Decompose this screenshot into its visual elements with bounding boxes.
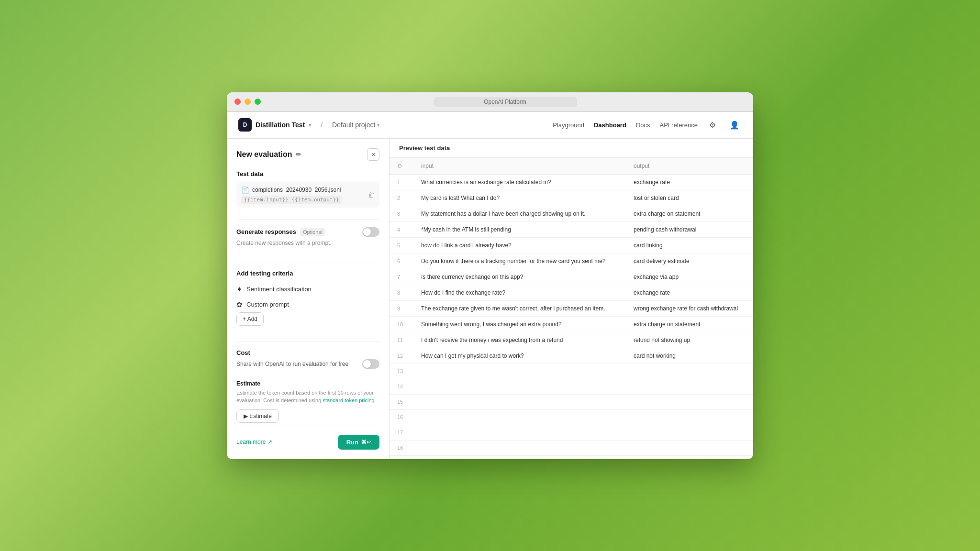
row-output: card linking	[626, 237, 753, 253]
criteria-sentiment[interactable]: ✦ Sentiment classification	[236, 282, 379, 297]
criteria-custom-prompt[interactable]: ✿ Custom prompt	[236, 297, 379, 312]
generate-row: Generate responses Optional	[236, 227, 379, 237]
nav-playground[interactable]: Playground	[553, 121, 584, 129]
row-input: How do I find the exchange rate?	[413, 285, 626, 300]
nav-api-reference[interactable]: API reference	[660, 121, 698, 129]
project-chevron-icon: ▾	[309, 122, 311, 128]
address-bar[interactable]: OpenAI Platform	[434, 97, 577, 107]
estimate-button[interactable]: ▶ Estimate	[236, 409, 279, 423]
run-button[interactable]: Run ⌘↩	[338, 435, 379, 450]
cost-toggle[interactable]	[362, 359, 379, 369]
row-input	[413, 379, 626, 394]
row-id: 2	[390, 190, 413, 206]
table-row: 13	[390, 364, 753, 379]
toggle-knob	[363, 228, 371, 236]
row-input	[413, 440, 626, 455]
row-input: The exchange rate given to me wasn't cor…	[413, 300, 626, 316]
table-container[interactable]: ⚙ input output 1 What currencies is an	[390, 158, 753, 459]
col-output-label: output	[634, 163, 649, 169]
row-output	[626, 379, 753, 394]
preview-label: Preview test data	[399, 144, 450, 152]
row-output: exchange via app	[626, 269, 753, 285]
row-output: card delivery estimate	[626, 253, 753, 269]
user-avatar-icon[interactable]: 👤	[727, 118, 742, 132]
row-output	[626, 425, 753, 440]
table-row: 6 Do you know if there is a tracking num…	[390, 253, 753, 269]
row-output	[626, 394, 753, 409]
row-input: Something went wrong, I was charged an e…	[413, 316, 626, 332]
row-id: 15	[390, 394, 413, 409]
row-id: 3	[390, 206, 413, 221]
nav-docs[interactable]: Docs	[636, 121, 650, 129]
row-id: 14	[390, 379, 413, 394]
add-criteria-button[interactable]: + Add	[236, 312, 264, 326]
edit-icon[interactable]: ✏	[296, 151, 301, 158]
row-id: 19	[390, 455, 413, 459]
table-row: 1 What currencies is an exchange rate ca…	[390, 174, 753, 190]
maximize-window-icon[interactable]	[255, 99, 261, 105]
row-output: extra charge on statement	[626, 316, 753, 332]
generate-title: Generate responses Optional	[236, 228, 325, 236]
row-id: 4	[390, 221, 413, 237]
table-settings-icon: ⚙	[397, 163, 402, 169]
custom-prompt-icon: ✿	[236, 300, 243, 309]
cost-section: Cost Share with OpenAI to run evaluation…	[236, 349, 379, 373]
custom-prompt-label: Custom prompt	[246, 301, 289, 308]
table-body: 1 What currencies is an exchange rate ca…	[390, 174, 753, 459]
file-name-row: 📄 completions_20240930_2056.jsonl	[241, 186, 342, 194]
row-output: extra charge on statement	[626, 206, 753, 221]
file-item: 📄 completions_20240930_2056.jsonl {{item…	[236, 182, 379, 208]
run-shortcut: ⌘↩	[361, 439, 371, 445]
table-row: 19	[390, 455, 753, 459]
project-name[interactable]: Distillation Test	[256, 121, 305, 129]
token-pricing-link[interactable]: standard token pricing.	[323, 397, 376, 403]
table-row: 7 Is there currency exchange on this app…	[390, 269, 753, 285]
row-input: *My cash in the ATM is still pending	[413, 221, 626, 237]
panel-header: New evaluation ✏ ×	[236, 148, 379, 161]
nav-links: Playground Dashboard Docs API reference	[553, 121, 698, 129]
right-panel: Preview test data ⚙ input outp	[390, 139, 753, 459]
generate-toggle[interactable]	[362, 227, 379, 237]
row-id: 1	[390, 174, 413, 190]
close-panel-button[interactable]: ×	[367, 148, 379, 161]
table-row: 14	[390, 379, 753, 394]
data-table: ⚙ input output 1 What currencies is an	[390, 158, 753, 459]
table-row: 16	[390, 409, 753, 425]
criteria-label: Add testing criteria	[236, 270, 379, 277]
panel-footer: Learn more ↗ Run ⌘↩	[236, 427, 379, 450]
row-id: 17	[390, 425, 413, 440]
row-id: 12	[390, 348, 413, 364]
main-content: New evaluation ✏ × Test data 📄 completio…	[227, 139, 753, 459]
row-id: 11	[390, 332, 413, 348]
cost-toggle-knob	[363, 360, 371, 368]
row-input: Is there currency exchange on this app?	[413, 269, 626, 285]
close-window-icon[interactable]	[234, 99, 241, 105]
table-row: 11 I didn't receive the money i was expe…	[390, 332, 753, 348]
row-input	[413, 409, 626, 425]
table-row: 17	[390, 425, 753, 440]
learn-more-link[interactable]: Learn more ↗	[236, 439, 272, 445]
address-bar-container: OpenAI Platform	[265, 97, 746, 107]
preview-header: Preview test data	[390, 139, 753, 158]
settings-icon[interactable]: ⚙	[705, 118, 720, 132]
default-project-breadcrumb[interactable]: Default project ▾	[332, 121, 379, 129]
row-input	[413, 394, 626, 409]
estimate-desc: Estimate the token count based on the fi…	[236, 389, 379, 405]
estimate-section: Estimate Estimate the token count based …	[236, 380, 379, 423]
row-output: lost or stolen card	[626, 190, 753, 206]
row-output	[626, 455, 753, 459]
table-row: 2 My card is lost! What can I do? lost o…	[390, 190, 753, 206]
run-label: Run	[346, 439, 358, 446]
row-input	[413, 425, 626, 440]
table-row: 18	[390, 440, 753, 455]
row-output: exchange rate	[626, 285, 753, 300]
row-id: 13	[390, 364, 413, 379]
table-row: 9 The exchange rate given to me wasn't c…	[390, 300, 753, 316]
panel-title-group: New evaluation ✏	[236, 150, 301, 159]
delete-file-icon[interactable]: 🗑	[368, 191, 375, 198]
row-output	[626, 440, 753, 455]
minimize-window-icon[interactable]	[245, 99, 251, 105]
nav-dashboard[interactable]: Dashboard	[594, 121, 626, 129]
row-id: 7	[390, 269, 413, 285]
row-output: wrong exchange rate for cash withdrawal	[626, 300, 753, 316]
